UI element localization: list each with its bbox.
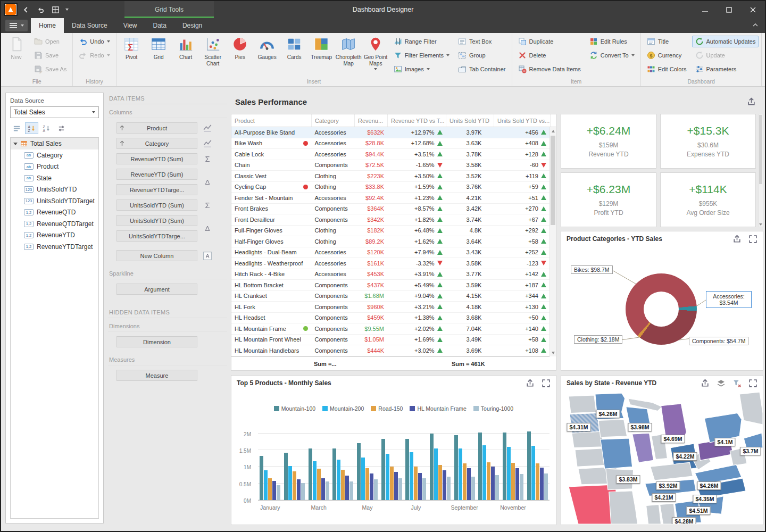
table-row[interactable]: ChainComponents$72.5K-1.65%3.58K-60 <box>231 160 549 171</box>
edit-colors-button[interactable]: Edit Colors <box>644 63 690 75</box>
sort-az-icon[interactable]: AZ <box>25 122 38 134</box>
parameters-button[interactable]: Parameters <box>692 63 759 75</box>
data-item-argument[interactable]: Argument <box>116 284 197 295</box>
tab-data-source[interactable]: Data Source <box>64 18 115 33</box>
state-shape[interactable] <box>609 491 638 524</box>
field-category[interactable]: abCategory <box>11 149 98 161</box>
cards-scrollbar[interactable] <box>758 114 763 227</box>
bar-touring-1000[interactable] <box>301 483 305 500</box>
bar-mountain-100[interactable] <box>405 439 409 500</box>
table-row[interactable]: Cycling CapClothing$33.8K+1.59%3.76K+59 <box>231 182 549 193</box>
bar-hl-mountain-frame[interactable] <box>491 467 495 500</box>
title-button[interactable]: Title <box>644 36 690 47</box>
bar-mountain-200[interactable] <box>361 458 365 500</box>
data-item-revenueytd-sum[interactable]: RevenueYTD (Sum) <box>116 153 197 164</box>
export-icon[interactable] <box>701 379 710 388</box>
bar-touring-1000[interactable] <box>471 477 475 500</box>
cards-button[interactable]: Cards <box>281 34 308 77</box>
grid-scrollbar[interactable] <box>549 127 556 356</box>
bar-mountain-100[interactable] <box>527 431 531 500</box>
bar-hl-mountain-frame[interactable] <box>297 479 301 500</box>
bar-touring-1000[interactable] <box>520 474 523 500</box>
bar-road-150[interactable] <box>365 468 369 500</box>
bar-hl-mountain-frame[interactable] <box>321 478 325 500</box>
bar-mountain-100[interactable] <box>309 448 312 500</box>
bar-touring-1000[interactable] <box>398 478 402 500</box>
kpi-card-profit-ytd[interactable]: +$6.23M$129MProfit YTD <box>561 172 656 227</box>
quick-access-caret-icon[interactable] <box>65 9 69 11</box>
bar-mountain-100[interactable] <box>454 435 458 500</box>
delete-button[interactable]: Delete <box>515 49 584 61</box>
field-revenueytd[interactable]: 1,2RevenueYTD <box>11 230 98 242</box>
bar-touring-1000[interactable] <box>277 485 280 500</box>
filter-elements-button[interactable]: Filter Elements <box>390 49 453 61</box>
state-shape[interactable] <box>646 504 661 524</box>
kpi-card-avg-order-size[interactable]: +$114K$955KAvg Order Size <box>660 172 756 227</box>
field-unitssoldytdtarget[interactable]: 123UnitsSoldYTDTarget <box>11 195 98 207</box>
kpi-card-expenses-ytd[interactable]: +$15.3K$30.6MExpenses YTD <box>660 114 756 169</box>
chart-button[interactable]: Chart <box>172 34 199 77</box>
bar-road-150[interactable] <box>390 467 394 500</box>
data-item-revenueytdtarge[interactable]: RevenueYTDTarge... <box>116 184 197 195</box>
layers-icon[interactable] <box>717 379 726 388</box>
range-filter-button[interactable]: Range Filter <box>390 36 453 47</box>
bar-touring-1000[interactable] <box>447 477 451 500</box>
field-revenueqtd[interactable]: 1,2RevenueQTD <box>11 207 98 219</box>
grid-col-header-1[interactable]: Category <box>312 114 355 127</box>
legend-mountain-200[interactable]: Mountain-200 <box>322 405 364 412</box>
save-as-button[interactable]: Save As <box>31 63 70 75</box>
table-row[interactable]: Full-Finger GlovesClothing$182K+6.48%4.8… <box>231 226 549 237</box>
bar-mountain-200[interactable] <box>288 466 292 500</box>
table-row[interactable]: Front DerailleurComponents$342K+1.82%3.7… <box>231 214 549 226</box>
data-item-unitssoldytd-sum[interactable]: UnitsSoldYTD (Sum) <box>116 200 197 211</box>
scroll-down-icon[interactable] <box>550 350 556 356</box>
table-row[interactable]: HL ForkComponents$960K+3.21%4.18K+130 <box>231 302 549 313</box>
bar-road-150[interactable] <box>536 463 539 500</box>
images-button[interactable]: Images <box>390 63 453 75</box>
bar-mountain-200[interactable] <box>313 461 317 500</box>
data-source-select[interactable]: Total Sales <box>10 106 99 118</box>
grid-col-header-4[interactable]: Units Sold YTD <box>446 114 494 127</box>
bar-mountain-200[interactable] <box>264 470 268 501</box>
gauges-button[interactable]: Gauges <box>254 34 281 77</box>
data-item-dimension[interactable]: Dimension <box>116 336 197 347</box>
bar-hl-mountain-frame[interactable] <box>345 476 349 500</box>
pie-label-accessories[interactable]: Accessories: $3.54M <box>706 291 752 308</box>
us-map[interactable] <box>561 390 763 524</box>
table-row[interactable]: All-Purpose Bike StandAccessories$632K+1… <box>231 127 549 138</box>
bar-mountain-200[interactable] <box>434 448 438 500</box>
table-row[interactable]: HL HeadsetComponents$459K+1.38%3.68K+50 <box>231 313 549 324</box>
bar-road-150[interactable] <box>438 465 442 501</box>
field-state[interactable]: abState <box>11 172 98 184</box>
state-shape[interactable] <box>651 462 693 480</box>
bar-touring-1000[interactable] <box>495 475 499 500</box>
chart-item[interactable]: Top 5 Products - Monthly Sales Mountain-… <box>231 375 556 525</box>
data-item-measure[interactable]: Measure <box>116 370 197 381</box>
pie-label-bikes[interactable]: Bikes: $98.7M <box>571 265 613 274</box>
tab-home[interactable]: Home <box>31 18 64 33</box>
tab-design[interactable]: Design <box>174 18 210 33</box>
tree-expand-icon[interactable] <box>13 143 18 145</box>
tree-root-total-sales[interactable]: Total Sales <box>11 138 98 149</box>
table-row[interactable]: Hitch Rack - 4-BikeAccessories$453K+3.91… <box>231 269 549 280</box>
legend-road-150[interactable]: Road-150 <box>371 405 403 412</box>
bar-mountain-200[interactable] <box>482 445 486 501</box>
table-row[interactable]: HL Mountain Front WheelComponents$1.05M+… <box>231 335 549 346</box>
geo-point-maps-button[interactable]: Geo Point Maps <box>362 34 389 77</box>
choropleth-map-button[interactable]: Choropleth Map <box>335 34 362 77</box>
remove-data-items-button[interactable]: Remove Data Items <box>515 63 584 75</box>
bar-hl-mountain-frame[interactable] <box>443 470 446 501</box>
bar-mountain-100[interactable] <box>332 448 336 500</box>
data-item-product[interactable]: Product <box>116 122 197 134</box>
state-shape[interactable] <box>632 433 654 462</box>
update-button[interactable]: Update <box>692 49 759 61</box>
state-shape[interactable] <box>572 431 604 448</box>
currency-button[interactable]: $Currency <box>644 49 690 61</box>
table-row[interactable]: Cable LockAccessories$94.4K+3.51%3.78K+1… <box>231 149 549 160</box>
quick-undo-icon[interactable] <box>34 3 47 16</box>
automatic-updates-button[interactable]: Automatic Updates <box>692 36 759 47</box>
convert-to-button[interactable]: Convert To <box>586 49 638 61</box>
maximize-icon[interactable] <box>748 235 757 244</box>
bar-hl-mountain-frame[interactable] <box>467 468 471 500</box>
map-item[interactable]: Sales by State - Revenue YTD <box>561 375 763 525</box>
